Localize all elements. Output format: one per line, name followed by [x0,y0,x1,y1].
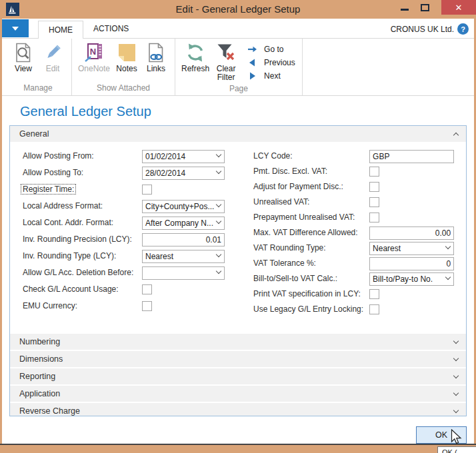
field-label: EMU Currency: [21,300,142,312]
field-label: LCY Code: [251,150,369,163]
button-label: Clear Filter [217,65,236,82]
checkbox-adjust-for-payment-disc[interactable] [369,182,379,192]
dropdown-allow-posting-from[interactable]: 01/02/2014 [142,150,225,163]
checkbox-check-g-l-account-usage[interactable] [142,284,152,294]
dropdown-allow-posting-to[interactable]: 28/02/2014 [142,167,225,180]
ribbon-group-label: Show Attached [76,82,171,95]
section-label: Reporting [19,372,454,381]
ribbon-tab-row: HOMEACTIONS CRONUS UK Ltd. ? [2,19,474,39]
tab-home[interactable]: HOME [38,21,83,39]
minimize-button[interactable] [395,0,415,15]
dropdown-inv-rounding-type-lcy[interactable]: Nearest [142,250,225,263]
dropdown-local-address-format[interactable]: City+County+Pos... [142,200,225,213]
input-lcy-code[interactable] [369,150,454,163]
notes-button[interactable]: Notes [112,40,141,74]
close-button[interactable]: ✕ [441,0,476,15]
next-icon [247,71,261,81]
button-label: Links [147,65,165,73]
section-header-numbering[interactable]: Numbering [10,334,466,350]
go-to-icon [247,45,261,54]
field-row-vat-tolerance: VAT Tolerance %: [251,257,466,270]
field-row-check-g-l-account-usage: Check G/L Account Usage: [21,283,230,296]
field-label: Unrealised VAT: [251,196,369,209]
chevron-down-icon [216,268,221,274]
chevron-down-icon [216,219,221,224]
go-to-button[interactable]: Go to [247,43,295,56]
application-menu-button[interactable] [2,19,29,37]
dropdown-local-cont-addr-format[interactable]: After Company N... [142,217,225,230]
field-row-bill-to-sell-to-vat-calc: Bill-to/Sell-to VAT Calc.:Bill-to/Pay-to… [251,272,466,286]
chevron-down-icon [216,152,221,157]
ribbon-group-label: Page [179,83,298,96]
expand-chevron-icon [453,390,459,395]
edit-button: Edit [38,40,67,74]
chevron-down-icon [216,202,221,207]
field-row-vat-rounding-type: VAT Rounding Type:Nearest [251,242,466,255]
ribbon-group-manage: ViewEditManage [5,39,72,95]
button-label: Edit [46,65,60,73]
tab-actions[interactable]: ACTIONS [83,20,139,38]
field-label: Local Cont. Addr. Format: [21,217,142,229]
section-header-reporting[interactable]: Reporting [10,368,466,384]
view-button[interactable]: View [9,40,38,74]
checkbox-print-vat-specification-in-lcy[interactable] [369,289,379,299]
ok-button[interactable]: OK [416,426,467,444]
field-label: VAT Rounding Type: [251,242,369,254]
field-row-print-vat-specification-in-lcy: Print VAT specification in LCY: [251,288,466,301]
field-row-register-time: Register Time: [21,183,230,197]
links-button[interactable]: Links [141,40,171,74]
field-row-allow-g-l-acc-deletion-before: Allow G/L Acc. Deletion Before: [21,266,230,280]
window-border-bottom [0,445,476,453]
section-header-application[interactable]: Application [10,386,466,402]
clear-filter-button[interactable]: Clear Filter [211,40,241,83]
checkbox-emu-currency[interactable] [142,301,152,311]
section-label: Application [19,389,454,398]
field-label: Check G/L Account Usage: [21,283,142,296]
window-client-area: HOMEACTIONS CRONUS UK Ltd. ? ViewEditMan… [2,19,474,444]
input-inv-rounding-precision-lcy[interactable] [142,233,225,246]
field-label: Register Time: [21,183,142,196]
section-header-general[interactable]: General [10,126,466,142]
edit-pencil-icon [42,42,63,63]
refresh-button[interactable]: Refresh [179,40,211,74]
checkbox-use-legacy-g-l-entry-locking[interactable] [369,304,379,314]
field-row-emu-currency: EMU Currency: [21,300,230,313]
dropdown-allow-g-l-acc-deletion-before[interactable] [142,266,225,280]
dropdown-vat-rounding-type[interactable]: Nearest [369,242,454,255]
help-button[interactable]: ? [457,23,469,35]
field-label: Local Address Format: [21,200,142,213]
field-label: Bill-to/Sell-to VAT Calc.: [251,272,369,285]
general-fields: Allow Posting From:01/02/2014Allow Posti… [10,143,466,334]
general-right-column: LCY Code:Pmt. Disc. Excl. VAT:Adjust for… [251,150,466,334]
checkbox-prepayment-unrealised-vat[interactable] [369,213,379,223]
clear-filter-icon [215,42,237,63]
previous-icon [247,58,261,67]
dropdown-bill-to-sell-to-vat-calc[interactable]: Bill-to/Pay-to No. [369,272,454,286]
maximize-button[interactable] [415,0,435,15]
field-label: Prepayment Unrealised VAT: [251,211,369,224]
field-row-pmt-disc-excl-vat: Pmt. Disc. Excl. VAT: [251,165,466,179]
field-label: Inv. Rounding Type (LCY): [21,250,142,262]
chevron-down-icon [445,274,451,280]
field-label: Adjust for Payment Disc.: [251,181,369,193]
previous-button[interactable]: Previous [247,56,295,69]
next-button[interactable]: Next [247,69,295,83]
collapse-chevron-icon [453,132,459,137]
checkbox-register-time[interactable] [142,185,152,195]
checkbox-pmt-disc-excl-vat[interactable] [369,167,379,177]
input-vat-tolerance[interactable] [369,257,454,270]
section-header-dimensions[interactable]: Dimensions [10,351,466,367]
expand-chevron-icon [453,372,459,378]
input-max-vat-difference-allowed[interactable] [369,226,454,240]
field-row-inv-rounding-type-lcy: Inv. Rounding Type (LCY):Nearest [21,250,230,263]
view-document-icon [13,42,34,63]
checkbox-unrealised-vat[interactable] [369,197,379,207]
field-label: Allow Posting To: [21,167,142,179]
section-header-reverse-charge[interactable]: Reverse Charge [10,403,466,416]
sticky-note-icon [116,42,137,63]
button-label: Next [264,71,281,81]
svg-text:N: N [90,47,96,57]
field-label: Pmt. Disc. Excl. VAT: [251,165,369,178]
refresh-icon [185,42,206,63]
onenote-icon: N [83,42,105,63]
